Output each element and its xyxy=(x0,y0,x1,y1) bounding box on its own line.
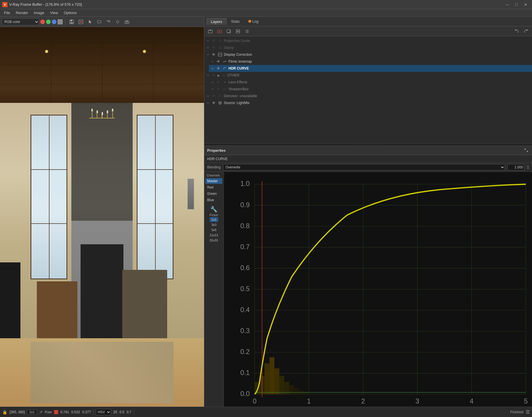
color-space-select[interactable]: HSV RGB Lab xyxy=(96,409,111,415)
layer-edit-icon: ✏ xyxy=(211,59,215,64)
picker-3x3-button[interactable]: 3x3 xyxy=(210,222,218,227)
layer-visibility-icon[interactable]: 👁 xyxy=(211,93,216,99)
channel-blue-button[interactable]: Blue xyxy=(205,197,222,203)
cursor-button[interactable] xyxy=(86,18,94,26)
green-value: 0.532 xyxy=(71,410,80,414)
minimize-button[interactable]: ─ xyxy=(503,1,511,8)
layer-visibility-icon[interactable]: 👁 xyxy=(216,80,221,85)
layer-visibility-icon[interactable]: 👁 xyxy=(211,38,216,43)
add-layer-button[interactable] xyxy=(207,28,214,35)
layer-visibility-icon[interactable]: 👁 xyxy=(216,87,221,92)
layer-visibility-icon[interactable]: 👁 xyxy=(211,45,216,50)
layer-item[interactable]: ✏ 👁 + Lens Effects xyxy=(209,79,532,86)
channel-master-button[interactable]: Master xyxy=(205,178,222,184)
status-divider xyxy=(93,409,94,415)
channel-red-button[interactable]: Red xyxy=(205,185,222,190)
layer-type-icon: □ xyxy=(221,73,226,78)
save-button[interactable] xyxy=(68,18,76,26)
duplicate-layer-button[interactable] xyxy=(225,28,232,35)
titlebar-left: V V-Ray Frame Buffer - [176.8% of 576 x … xyxy=(2,2,82,7)
status-divider-2 xyxy=(134,409,134,415)
layer-label: Display Correction xyxy=(224,53,530,57)
layer-item[interactable]: ✏ 👁 □ Denoiser: unavailable xyxy=(204,93,532,99)
menu-file[interactable]: File xyxy=(1,10,13,16)
menu-view[interactable]: View xyxy=(47,10,61,16)
close-button[interactable]: ✕ xyxy=(522,1,530,8)
layer-type-icon: + xyxy=(222,80,227,85)
layer-type-icon xyxy=(222,59,227,64)
svg-point-26 xyxy=(220,102,221,103)
layer-item[interactable]: ✏ 👁 Source: LightMix xyxy=(204,99,532,106)
layer-collapse-icon[interactable]: ▶ xyxy=(218,74,220,77)
tab-layers[interactable]: Layers xyxy=(207,18,226,25)
clear-button[interactable] xyxy=(77,18,85,26)
picker-11x11-button[interactable]: 11x11 xyxy=(208,233,220,237)
layer-visibility-icon[interactable]: 👁 xyxy=(211,100,216,105)
layer-item[interactable]: ✏ 👁 □ Proportion Guide xyxy=(204,37,532,44)
layer-visibility-icon[interactable]: 👁 xyxy=(211,52,216,57)
redo-button[interactable] xyxy=(522,28,530,35)
layer-item[interactable]: ✏ 👁 Filmic tonemap xyxy=(209,58,532,65)
layer-item[interactable]: ✏ 👁 Display Correction xyxy=(204,51,532,58)
layer-label: Proportion Guide xyxy=(224,39,530,43)
svg-text:V: V xyxy=(4,3,6,6)
merge-layers-button[interactable] xyxy=(234,28,242,35)
list-view-button[interactable] xyxy=(243,28,251,35)
svg-text:0: 0 xyxy=(253,397,257,405)
layer-edit-icon: ✏ xyxy=(211,80,215,84)
pan-button[interactable] xyxy=(114,18,122,26)
maximize-button[interactable]: □ xyxy=(512,1,520,8)
color-dot-blue[interactable] xyxy=(52,20,56,24)
tab-log[interactable]: Log xyxy=(244,18,263,25)
color-dot-green[interactable] xyxy=(46,20,51,24)
picker-1x1-button[interactable]: 1x1 xyxy=(210,217,218,222)
menu-image[interactable]: Image xyxy=(31,10,47,16)
color-mode-select[interactable]: RGB color Alpha Luminance xyxy=(2,18,39,25)
layer-item[interactable]: ✏ 👁 □ Sharpen/Blur xyxy=(209,86,532,93)
panel-divider[interactable]: · · · · · · · · · · · xyxy=(204,143,532,146)
menu-render[interactable]: Render xyxy=(13,10,31,16)
layer-item-other[interactable]: ✏ 👁 ▶ □ OTHER xyxy=(204,72,532,79)
picker-5x5-button[interactable]: 5x5 xyxy=(210,228,218,232)
layer-item-hdr-curve[interactable]: ✏ 👁 HDR CURVE xyxy=(209,65,532,72)
color-dot-neutral[interactable] xyxy=(58,19,63,24)
channels-panel: Channels Master Red Green Blue 🔧 Picker … xyxy=(204,172,224,407)
status-menu-icon[interactable]: ☰ xyxy=(526,409,530,415)
layer-type-icon: □ xyxy=(218,45,223,50)
tab-stats[interactable]: Stats xyxy=(227,18,244,25)
layer-edit-icon: ✏ xyxy=(206,46,210,50)
blending-value-arrows[interactable]: ▲ ▼ xyxy=(527,165,529,170)
layer-edit-icon: ✏ xyxy=(206,53,210,57)
menu-options[interactable]: Options xyxy=(61,10,80,16)
layer-visibility-icon[interactable]: 👁 xyxy=(216,66,221,71)
curve-graph[interactable]: 1.0 0.9 0.8 0.7 0.6 0.5 0.4 0.3 0.2 0.1 … xyxy=(224,172,532,407)
sofa-right xyxy=(122,270,167,338)
channel-green-button[interactable]: Green xyxy=(205,191,222,197)
color-dot-red[interactable] xyxy=(40,20,45,24)
svg-rect-49 xyxy=(274,368,279,394)
cursor-icon: ↗ xyxy=(39,410,43,414)
remove-layer-button[interactable] xyxy=(216,28,223,35)
svg-rect-48 xyxy=(270,357,274,394)
layer-visibility-icon[interactable]: 👁 xyxy=(216,59,221,64)
svg-rect-3 xyxy=(70,20,72,21)
undo-button[interactable] xyxy=(513,28,520,35)
rect-button[interactable] xyxy=(95,18,103,26)
curve-area: Channels Master Red Green Blue 🔧 Picker … xyxy=(204,172,532,407)
render-canvas[interactable] xyxy=(0,27,204,407)
crop-button[interactable] xyxy=(104,18,112,26)
blending-value-input[interactable] xyxy=(507,164,525,170)
blending-mode-select[interactable]: Overwrite Normal Add Multiply xyxy=(223,164,505,170)
lock-icon: 🔒 xyxy=(2,410,7,414)
layer-visibility-icon[interactable]: 👁 xyxy=(211,73,216,78)
layer-item[interactable]: ✏ 👁 □ Stamp xyxy=(204,44,532,51)
layer-edit-icon: ✏ xyxy=(206,73,210,77)
back-wall xyxy=(0,103,204,338)
picker-31x31-button[interactable]: 31x31 xyxy=(208,238,220,243)
camera-button[interactable] xyxy=(123,18,131,26)
sample-size-display: 1x1 xyxy=(27,410,37,415)
blue-value: 0.377 xyxy=(82,410,91,414)
svg-text:0.2: 0.2 xyxy=(240,348,250,355)
floor xyxy=(0,338,204,407)
properties-expand-button[interactable] xyxy=(523,147,529,153)
